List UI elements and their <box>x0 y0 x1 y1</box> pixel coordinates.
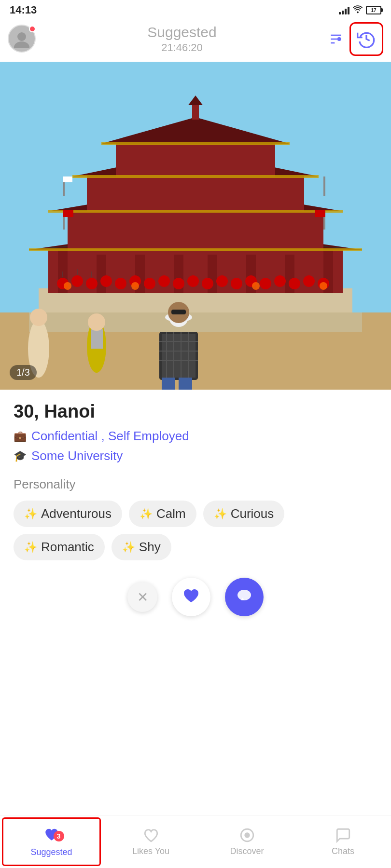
svg-point-45 <box>260 278 271 289</box>
nav-suggested[interactable]: 3 Suggested <box>2 817 101 866</box>
wifi-icon <box>352 5 363 16</box>
svg-rect-29 <box>72 175 319 178</box>
svg-rect-60 <box>91 329 103 349</box>
svg-point-38 <box>158 275 170 287</box>
svg-rect-22 <box>87 176 304 215</box>
like-button[interactable] <box>172 578 210 616</box>
tag-label-adventurous: Adventurous <box>41 506 112 521</box>
svg-rect-78 <box>63 210 73 217</box>
svg-rect-80 <box>315 210 325 217</box>
svg-point-48 <box>303 275 315 287</box>
svg-point-47 <box>289 278 300 289</box>
star-icon-1: ✨ <box>24 508 37 520</box>
tag-romantic: ✨ Romantic <box>14 534 105 560</box>
job-text: Confidential , Self Employed <box>31 429 189 444</box>
battery-icon: 17 <box>366 6 381 14</box>
status-time: 14:13 <box>10 4 37 16</box>
nav-discover-label: Discover <box>230 846 264 856</box>
star-icon-4: ✨ <box>24 541 37 554</box>
svg-point-34 <box>100 275 112 287</box>
svg-point-54 <box>131 282 139 290</box>
svg-point-33 <box>86 278 98 289</box>
nav-chats-label: Chats <box>332 846 354 856</box>
svg-point-0 <box>17 32 26 41</box>
svg-point-43 <box>231 278 242 289</box>
pass-button[interactable]: ✕ <box>127 582 157 612</box>
action-buttons: ✕ <box>0 568 391 621</box>
profile-education: 🎓 Some University <box>14 448 377 463</box>
star-icon-2: ✨ <box>140 508 153 520</box>
svg-point-53 <box>64 282 71 290</box>
pass-icon: ✕ <box>137 589 148 605</box>
signal-icon <box>339 6 349 14</box>
header-title: Suggested <box>37 24 327 41</box>
personality-section: Personality ✨ Adventurous ✨ Calm ✨ Curio… <box>0 477 391 560</box>
bottom-nav: 3 Suggested Likes You Discover Chats <box>0 815 391 868</box>
svg-point-32 <box>71 275 83 287</box>
tag-calm: ✨ Calm <box>129 501 196 527</box>
chat-button[interactable] <box>225 578 264 616</box>
chat-icon <box>236 587 253 608</box>
avatar[interactable] <box>8 25 37 54</box>
suggested-badge: 3 <box>54 831 64 841</box>
history-button[interactable] <box>349 22 383 56</box>
svg-rect-25 <box>192 105 199 120</box>
svg-point-58 <box>30 309 47 326</box>
profile-job: 💼 Confidential , Self Employed <box>14 429 377 444</box>
svg-point-61 <box>88 313 105 331</box>
star-icon-3: ✨ <box>214 508 227 520</box>
nav-likes-label: Likes You <box>132 846 169 856</box>
svg-point-40 <box>187 275 199 287</box>
status-bar: 14:13 17 <box>0 0 391 18</box>
profile-age-city: 30, Hanoi <box>14 401 377 422</box>
tag-shy: ✨ Shy <box>112 534 171 560</box>
svg-rect-83 <box>323 176 325 196</box>
svg-point-84 <box>237 590 251 600</box>
nav-discover[interactable]: Discover <box>199 815 295 868</box>
svg-point-1 <box>14 41 29 48</box>
svg-rect-82 <box>63 176 72 182</box>
filter-icon[interactable] <box>327 30 345 48</box>
like-icon <box>182 587 200 607</box>
nav-suggested-label: Suggested <box>30 847 72 857</box>
svg-rect-75 <box>162 378 175 390</box>
personality-tags: ✨ Adventurous ✨ Calm ✨ Curious ✨ Romanti… <box>14 501 377 560</box>
header: Suggested 21:46:20 <box>0 18 391 62</box>
svg-point-5 <box>338 38 340 40</box>
tag-label-romantic: Romantic <box>41 540 94 555</box>
tag-label-calm: Calm <box>156 506 186 521</box>
profile-photo[interactable]: 1/3 <box>0 62 391 390</box>
svg-point-39 <box>173 278 184 289</box>
profile-info: 30, Hanoi 💼 Confidential , Self Employed… <box>0 390 391 463</box>
nav-chats[interactable]: Chats <box>295 815 391 868</box>
svg-rect-74 <box>171 310 186 314</box>
personality-title: Personality <box>14 477 377 492</box>
svg-rect-9 <box>29 312 362 332</box>
svg-point-41 <box>202 278 213 289</box>
tag-curious: ✨ Curious <box>203 501 285 527</box>
svg-point-56 <box>320 282 327 290</box>
svg-rect-76 <box>179 378 192 390</box>
svg-rect-24 <box>116 144 275 180</box>
header-actions <box>327 22 383 56</box>
avatar-notification-dot <box>29 26 36 32</box>
tag-label-shy: Shy <box>139 540 161 555</box>
svg-rect-27 <box>29 248 362 251</box>
header-center: Suggested 21:46:20 <box>37 24 327 54</box>
status-icons: 17 <box>339 5 381 16</box>
education-icon: 🎓 <box>14 450 27 462</box>
svg-point-46 <box>274 275 286 287</box>
svg-point-87 <box>245 833 249 838</box>
svg-rect-28 <box>48 210 343 213</box>
svg-point-35 <box>115 278 126 289</box>
tag-label-curious: Curious <box>231 506 274 521</box>
star-icon-5: ✨ <box>122 541 135 554</box>
header-timer: 21:46:20 <box>37 41 327 54</box>
svg-point-42 <box>216 275 228 287</box>
nav-likes-you[interactable]: Likes You <box>103 815 199 868</box>
svg-point-37 <box>144 278 155 289</box>
tag-adventurous: ✨ Adventurous <box>14 501 122 527</box>
svg-point-55 <box>252 282 260 290</box>
photo-counter: 1/3 <box>10 365 37 380</box>
svg-rect-20 <box>68 211 323 255</box>
